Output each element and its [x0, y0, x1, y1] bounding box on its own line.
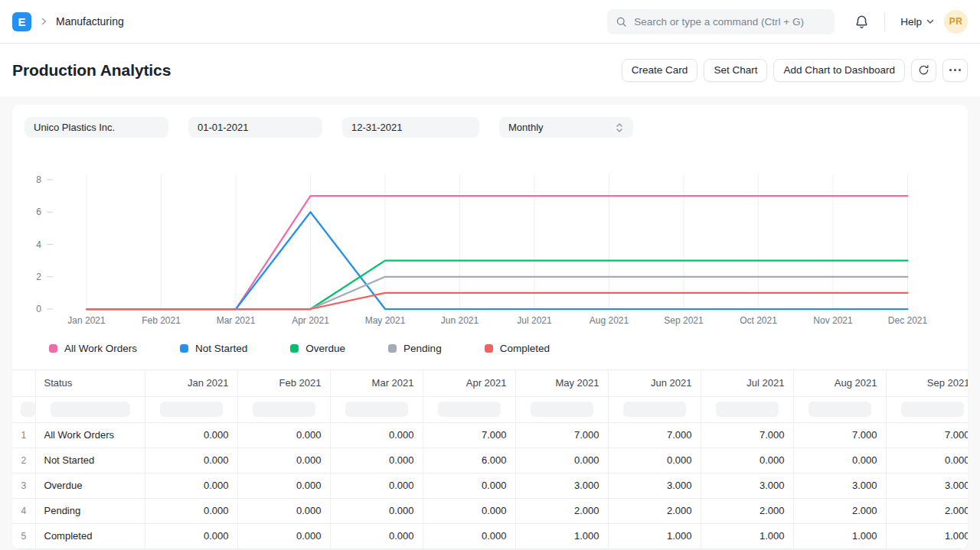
- erpnext-logo[interactable]: E: [12, 12, 31, 31]
- value-cell[interactable]: 7.000: [608, 422, 701, 447]
- column-header-month[interactable]: Apr 2021: [423, 370, 515, 396]
- value-cell[interactable]: 0.000: [145, 523, 237, 548]
- column-header-month[interactable]: Jan 2021: [145, 370, 237, 396]
- value-cell[interactable]: 0.000: [515, 447, 608, 473]
- frequency-select[interactable]: Monthly: [499, 117, 633, 138]
- value-cell[interactable]: 1.000: [608, 523, 701, 548]
- column-header-month[interactable]: May 2021: [515, 370, 608, 396]
- table-row: 4Pending0.0000.0000.0000.0002.0002.0002.…: [12, 498, 968, 523]
- value-cell[interactable]: 0.000: [145, 498, 237, 523]
- column-header-month[interactable]: Jun 2021: [608, 370, 701, 396]
- column-filter-input[interactable]: [531, 402, 593, 417]
- value-cell[interactable]: 0.000: [145, 422, 237, 447]
- value-cell[interactable]: 0.000: [330, 422, 423, 447]
- value-cell[interactable]: 0.000: [145, 447, 237, 473]
- status-cell[interactable]: All Work Orders: [35, 422, 145, 447]
- value-cell[interactable]: 0.000: [701, 447, 793, 473]
- column-filter-input[interactable]: [623, 402, 686, 417]
- column-filter-input[interactable]: [716, 402, 779, 417]
- value-cell[interactable]: 0.000: [793, 447, 886, 473]
- breadcrumb-item-manufacturing[interactable]: Manufacturing: [56, 15, 124, 28]
- value-cell[interactable]: 0.000: [330, 447, 423, 473]
- value-cell[interactable]: 1.000: [793, 523, 886, 548]
- column-header-month[interactable]: Jul 2021: [701, 370, 793, 396]
- column-filter-input[interactable]: [21, 402, 35, 417]
- status-cell[interactable]: Pending: [35, 498, 145, 523]
- status-cell[interactable]: Not Started: [35, 447, 145, 473]
- value-cell[interactable]: 2.000: [515, 498, 608, 523]
- value-cell[interactable]: 7.000: [886, 422, 968, 447]
- value-cell[interactable]: 0.000: [237, 422, 330, 447]
- value-cell[interactable]: 0.000: [330, 523, 423, 548]
- company-filter[interactable]: [24, 117, 168, 138]
- value-cell[interactable]: 3.000: [608, 473, 701, 498]
- value-cell[interactable]: 0.000: [423, 473, 515, 498]
- user-avatar[interactable]: PR: [944, 10, 968, 34]
- row-number[interactable]: 5: [12, 523, 35, 548]
- value-cell[interactable]: 1.000: [886, 523, 968, 548]
- status-cell[interactable]: Completed: [35, 523, 145, 548]
- row-number[interactable]: 4: [12, 498, 35, 523]
- value-cell[interactable]: 7.000: [423, 422, 515, 447]
- value-cell[interactable]: 0.000: [237, 447, 330, 473]
- value-cell[interactable]: 0.000: [237, 473, 330, 498]
- value-cell[interactable]: 7.000: [793, 422, 886, 447]
- value-cell[interactable]: 2.000: [701, 498, 793, 523]
- value-cell[interactable]: 2.000: [886, 498, 968, 523]
- value-cell[interactable]: 7.000: [701, 422, 793, 447]
- to-date-filter[interactable]: [342, 117, 479, 138]
- value-cell[interactable]: 3.000: [701, 473, 793, 498]
- search-input[interactable]: [634, 16, 826, 28]
- column-header-month[interactable]: Feb 2021: [237, 370, 330, 396]
- company-input[interactable]: [34, 122, 159, 133]
- value-cell[interactable]: 3.000: [793, 473, 886, 498]
- help-menu[interactable]: Help: [900, 16, 935, 28]
- column-filter-input[interactable]: [51, 402, 130, 417]
- value-cell[interactable]: 0.000: [237, 523, 330, 548]
- value-cell[interactable]: 1.000: [515, 523, 608, 548]
- from-date-input[interactable]: [198, 122, 313, 133]
- column-filter-input[interactable]: [438, 402, 501, 417]
- column-filter-input[interactable]: [901, 402, 964, 417]
- value-cell[interactable]: 0.000: [886, 447, 968, 473]
- create-card-button[interactable]: Create Card: [622, 59, 698, 82]
- column-filter-input[interactable]: [345, 402, 408, 417]
- column-header-status[interactable]: Status: [35, 370, 145, 396]
- value-cell[interactable]: 3.000: [886, 473, 968, 498]
- row-number[interactable]: 2: [12, 447, 35, 473]
- y-axis-label: 4: [36, 239, 41, 250]
- from-date-filter[interactable]: [188, 117, 322, 138]
- value-cell[interactable]: 1.000: [701, 523, 793, 548]
- page-content: Monthly Jan 2021Feb 2021Mar 2021Apr 2021…: [0, 96, 980, 549]
- value-cell[interactable]: 0.000: [330, 498, 423, 523]
- column-header-month[interactable]: Mar 2021: [330, 370, 423, 396]
- status-cell[interactable]: Overdue: [35, 473, 145, 498]
- global-search[interactable]: [607, 9, 835, 34]
- value-cell[interactable]: 0.000: [237, 498, 330, 523]
- row-number[interactable]: 3: [12, 473, 35, 498]
- value-cell[interactable]: 7.000: [515, 422, 608, 447]
- menu-button[interactable]: [942, 59, 968, 82]
- value-cell[interactable]: 0.000: [608, 447, 701, 473]
- value-cell[interactable]: 0.000: [423, 498, 515, 523]
- row-number[interactable]: 1: [12, 422, 35, 447]
- column-filter-input[interactable]: [808, 402, 871, 417]
- production-analytics-line-chart: Jan 2021Feb 2021Mar 2021Apr 2021May 2021…: [12, 150, 968, 334]
- column-filter-input[interactable]: [253, 402, 315, 417]
- column-filter-input[interactable]: [160, 402, 223, 417]
- bell-icon[interactable]: [854, 15, 869, 29]
- value-cell[interactable]: 0.000: [330, 473, 423, 498]
- add-chart-to-dashboard-button[interactable]: Add Chart to Dashboard: [773, 59, 905, 82]
- set-chart-button[interactable]: Set Chart: [704, 59, 767, 82]
- column-header-month[interactable]: Sep 2021: [886, 370, 968, 396]
- value-cell[interactable]: 3.000: [515, 473, 608, 498]
- refresh-button[interactable]: [911, 59, 936, 82]
- column-header-month[interactable]: Aug 2021: [793, 370, 886, 396]
- search-icon: [616, 16, 627, 28]
- value-cell[interactable]: 0.000: [423, 523, 515, 548]
- value-cell[interactable]: 0.000: [145, 473, 237, 498]
- value-cell[interactable]: 6.000: [423, 447, 515, 473]
- value-cell[interactable]: 2.000: [793, 498, 886, 523]
- value-cell[interactable]: 2.000: [608, 498, 701, 523]
- to-date-input[interactable]: [351, 122, 470, 133]
